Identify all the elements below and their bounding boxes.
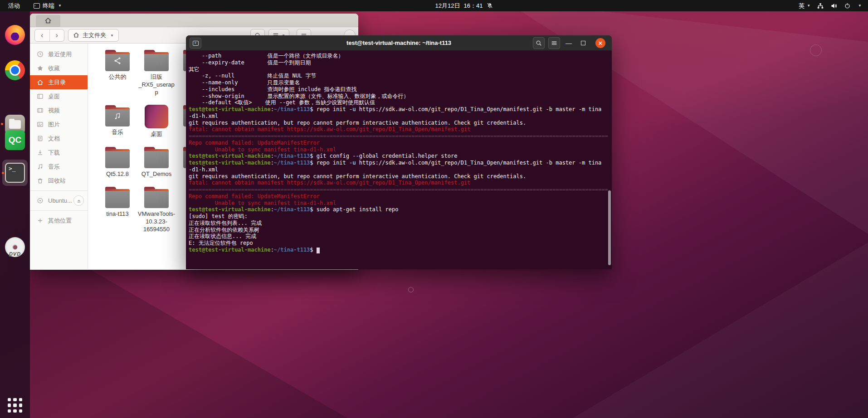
dock-item-dvd[interactable]: DVD [5,237,25,257]
music-icon [113,112,122,122]
terminal-line: Repo command failed: UpdateManifestError [189,193,609,200]
star-icon [37,65,44,72]
top-bar: 活动 › 终端 ▼ 12月12日 16：41 英 ▼ ▼ [0,0,868,11]
dvd-label: DVD [5,251,25,257]
sidebar-item-plus[interactable]: 其他位置 [30,214,88,228]
sidebar-item-label: 音乐 [48,163,60,171]
terminal-line: --name-only 只显示变量名 [189,79,609,86]
maximize-button[interactable] [577,37,589,49]
file-item[interactable]: 公共的 [98,48,137,96]
back-button[interactable]: ‹ [35,29,50,41]
dock-item-terminal[interactable]: >_ [5,163,25,183]
file-item[interactable]: QT_Demos [137,145,176,178]
file-item[interactable]: 音乐 [98,103,137,138]
chevron-down-icon: ▼ [807,4,810,8]
doc-icon [37,135,44,142]
file-item[interactable]: VMwareTools-10.3.23-16594550 [137,185,176,233]
path-button[interactable]: 主文件夹 ▼ [68,29,119,42]
activities-button[interactable]: 活动 [6,2,22,10]
sidebar-separator [30,210,88,211]
running-indicator [2,172,4,174]
forward-button[interactable]: › [50,29,64,41]
notifications-off-icon [486,2,493,9]
file-label: VMwareTools-10.3.23-16594550 [137,210,176,233]
sidebar-item-label: 下载 [48,149,60,157]
file-item[interactable]: 旧版_RX5_userapp [137,48,176,96]
new-tab-button[interactable]: + [190,38,201,49]
chevron-down-icon[interactable]: ▼ [858,4,862,8]
dock: QC >_ DVD [0,11,30,418]
sidebar-item-label: 主目录 [48,78,66,87]
terminal-menu-button[interactable] [548,37,560,49]
minimize-button[interactable]: — [563,37,575,49]
sidebar-item-music[interactable]: 音乐 [30,160,88,174]
app-menu[interactable]: › 终端 ▼ [34,2,62,10]
file-item[interactable]: tina-t113 [98,185,137,233]
terminal-title: test@test-virtual-machine: ~/tina-t113 [346,39,451,46]
sidebar-item-disc[interactable]: Ubuntu... [30,194,88,208]
input-source-menu[interactable]: 英 ▼ [799,2,810,10]
folder-icon [105,189,130,208]
sidebar-item-video[interactable]: 视频 [30,103,88,117]
wallpaper-ring [408,287,414,292]
terminal-titlebar[interactable]: + test@test-virtual-machine: ~/tina-t113… [186,35,612,51]
eject-button[interactable] [73,195,84,206]
terminal-app-icon: › [34,3,40,9]
download-icon [37,149,44,156]
terminal-line: test@test-virtual-machine:~/tina-t113$ g… [189,153,609,160]
sidebar-separator [30,190,88,191]
sidebar-item-download[interactable]: 下载 [30,146,88,160]
terminal-search-button[interactable] [533,37,545,49]
sidebar-item-image[interactable]: 图片 [30,117,88,131]
sidebar-item-desktop[interactable]: 桌面 [30,89,88,103]
terminal-output[interactable]: --path 值是一个路径（文件或目录名） --expiry-date 值是一个… [186,51,612,255]
new-tab-icon: + [193,41,199,46]
terminal-line: -d1-h.xml [189,113,609,120]
show-applications-button[interactable] [8,398,22,413]
clock-menu[interactable]: 12月12日 16：41 [435,2,493,10]
terminal-line: 正在读取软件包列表... 完成 [189,220,609,227]
dock-item-chrome[interactable] [5,60,25,80]
files-tab-home[interactable] [36,15,60,27]
sidebar-item-label: 图片 [48,121,60,129]
terminal-line: -z, --null 终止值是 NUL 字节 [189,73,609,79]
file-label: Qt5.12.8 [106,170,129,178]
sidebar-item-doc[interactable]: 文档 [30,131,88,146]
dock-item-firefox[interactable] [5,25,25,45]
file-label: 公共的 [109,73,127,81]
file-item[interactable]: 桌面 [137,103,176,138]
sidebar-item-clock[interactable]: 最近使用 [30,47,88,61]
chevron-down-icon: ▼ [110,34,114,38]
terminal-line: -d1-h.xml [189,166,609,173]
nav-buttons: ‹ › [34,29,64,42]
maximize-icon [581,41,585,45]
close-button[interactable]: ✕ [595,38,605,48]
sidebar-item-label: 桌面 [48,92,60,101]
terminal-line: Unable to sync manifest tina-d1-h.xml [189,200,609,207]
files-tabstrip [30,14,358,27]
sidebar-item-home[interactable]: 主目录 [30,75,88,89]
sidebar-item-label: Ubuntu... [48,197,72,204]
sidebar-item-label: 其他位置 [48,217,72,225]
power-icon[interactable] [844,2,851,9]
terminal-line: Repo command failed: UpdateManifestError [189,140,609,146]
sidebar-item-trash[interactable]: 回收站 [30,174,88,188]
disc-icon [37,197,44,204]
app-menu-label: 终端 [43,2,54,10]
terminal-scrollbar[interactable] [607,51,611,269]
time-label: 16：41 [463,2,483,10]
sidebar-item-label: 回收站 [48,177,66,185]
running-indicator [1,123,3,125]
terminal-line: git requires authentication, but repo ca… [189,120,609,126]
file-label: tina-t113 [106,210,129,218]
folder-icon [144,149,169,168]
music-icon [37,163,44,170]
terminal-line: 其它 [189,66,609,73]
volume-icon[interactable] [830,2,838,10]
sidebar-item-star[interactable]: 收藏 [30,61,88,75]
file-item[interactable]: Qt5.12.8 [98,145,137,178]
scrollbar-thumb[interactable] [608,190,611,265]
home-icon [73,32,79,39]
network-icon[interactable] [817,2,824,10]
dock-item-qc[interactable]: QC [5,130,25,150]
